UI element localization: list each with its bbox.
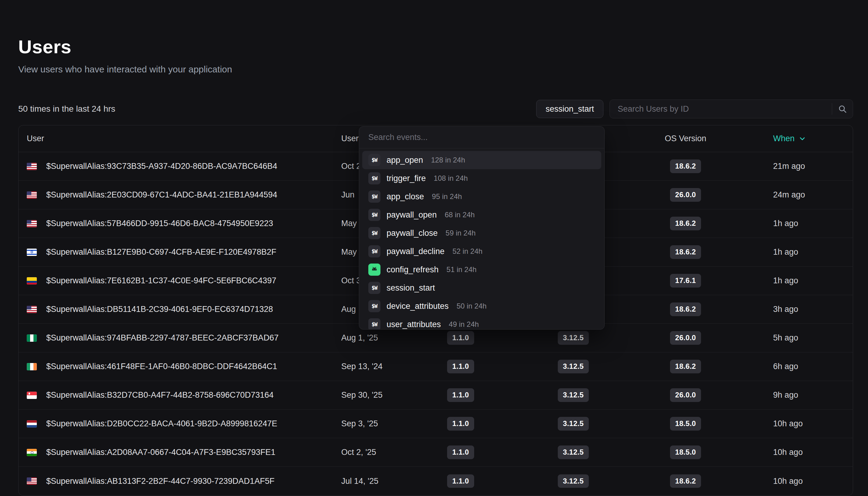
event-count: 108 in 24h xyxy=(434,174,468,183)
event-name: paywall_close xyxy=(387,229,438,238)
when-cell: 10h ago xyxy=(732,448,845,457)
app-version-badge: 1.1.0 xyxy=(447,446,474,459)
country-flag-icon-us xyxy=(27,306,37,313)
chevron-down-icon xyxy=(798,135,806,143)
when-cell: 3h ago xyxy=(732,305,845,314)
page-subtitle: View users who have interacted with your… xyxy=(18,64,853,75)
column-header-os-version[interactable]: OS Version xyxy=(640,134,732,143)
user-alias: $SuperwallAlias:DB51141B-2C39-4061-9EF0-… xyxy=(46,305,273,314)
superwall-icon: $W xyxy=(368,300,381,312)
user-alias: $SuperwallAlias:93C73B35-A937-4D20-86DB-… xyxy=(46,161,277,171)
superwall-icon: $W xyxy=(368,245,381,258)
country-flag-icon-il xyxy=(27,249,37,256)
event-name: app_open xyxy=(387,155,423,165)
when-cell: 10h ago xyxy=(732,477,845,486)
event-menu-item[interactable]: $W paywall_close 59 in 24h xyxy=(362,224,601,242)
user-alias: $SuperwallAlias:D2B0CC22-BACA-4061-9B2D-… xyxy=(46,419,277,429)
event-menu-item[interactable]: $W paywall_decline 52 in 24h xyxy=(362,242,601,261)
events-list: $W app_open 128 in 24h $W trigger_fire 1… xyxy=(359,149,604,329)
table-row[interactable]: $SuperwallAlias:461F48FE-1AF0-46B0-8DBC-… xyxy=(19,352,853,381)
event-name: app_close xyxy=(387,192,424,201)
event-menu-item[interactable]: $W paywall_open 68 in 24h xyxy=(362,206,601,224)
table-row[interactable]: $SuperwallAlias:D2B0CC22-BACA-4061-9B2D-… xyxy=(19,409,853,438)
os-version-badge: 18.6.2 xyxy=(670,217,701,230)
country-flag-icon-us xyxy=(27,220,37,227)
when-cell: 5h ago xyxy=(732,333,845,343)
when-cell: 1h ago xyxy=(732,247,845,257)
user-alias: $SuperwallAlias:974BFABB-2297-4787-BEEC-… xyxy=(46,333,278,343)
superwall-icon: $W xyxy=(368,209,381,221)
superwall-icon: $W xyxy=(368,282,381,294)
country-flag-icon-in xyxy=(27,449,37,456)
event-menu-item[interactable]: $W app_open 128 in 24h xyxy=(362,151,601,169)
search-users-input[interactable] xyxy=(610,100,832,118)
user-alias: $SuperwallAlias:AB1313F2-2B2F-44C7-9930-… xyxy=(46,477,274,486)
superwall-icon: $W xyxy=(368,172,381,184)
event-menu-item[interactable]: $W user_attributes 49 in 24h xyxy=(362,315,601,329)
country-flag-icon-sg xyxy=(27,392,37,399)
os-version-badge: 18.6.2 xyxy=(670,303,701,316)
when-cell: 10h ago xyxy=(732,419,845,429)
table-row[interactable]: $SuperwallAlias:AB1313F2-2B2F-44C7-9930-… xyxy=(19,467,853,495)
event-name: trigger_fire xyxy=(387,174,426,183)
search-icon xyxy=(838,104,847,113)
user-alias: $SuperwallAlias:B127E9B0-C697-4CFB-AE9E-… xyxy=(46,247,276,257)
user-alias: $SuperwallAlias:461F48FE-1AF0-46B0-8DBC-… xyxy=(46,362,277,371)
event-count: 59 in 24h xyxy=(446,229,476,237)
event-name: paywall_open xyxy=(387,210,437,220)
stats-text: 50 times in the last 24 hrs xyxy=(18,104,115,114)
user-since-cell: Sep 30, '25 xyxy=(341,390,414,400)
app-version-badge: 1.1.0 xyxy=(447,331,474,345)
app-version-badge: 1.1.0 xyxy=(447,360,474,373)
os-version-badge: 17.6.1 xyxy=(670,274,701,288)
when-cell: 6h ago xyxy=(732,362,845,371)
when-cell: 21m ago xyxy=(732,161,845,171)
toolbar-row: 50 times in the last 24 hrs session_star… xyxy=(18,99,853,118)
user-search xyxy=(610,99,853,118)
toolbar: session_start xyxy=(536,99,853,118)
when-cell: 24m ago xyxy=(732,190,845,200)
country-flag-icon-us xyxy=(27,191,37,199)
os-version-badge: 18.5.0 xyxy=(670,417,701,431)
when-cell: 9h ago xyxy=(732,390,845,400)
event-count: 95 in 24h xyxy=(432,192,462,201)
events-search-input[interactable] xyxy=(359,127,604,148)
os-version-badge: 26.0.0 xyxy=(670,188,701,202)
event-name: config_refresh xyxy=(387,265,438,275)
users-page: Users View users who have interacted wit… xyxy=(0,0,868,496)
event-name: user_attributes xyxy=(387,320,441,329)
event-menu-item[interactable]: config_refresh 51 in 24h xyxy=(362,261,601,279)
event-menu-item[interactable]: $W trigger_fire 108 in 24h xyxy=(362,169,601,187)
event-name: session_start xyxy=(387,283,435,293)
event-count: 49 in 24h xyxy=(449,320,479,329)
column-header-when-label: When xyxy=(773,134,795,143)
column-header-when[interactable]: When xyxy=(732,134,845,143)
user-alias: $SuperwallAlias:2E03CD09-67C1-4ADC-BA41-… xyxy=(46,190,277,200)
event-menu-item[interactable]: $W device_attributes 50 in 24h xyxy=(362,297,601,315)
app-version-badge: 1.1.0 xyxy=(447,475,474,488)
when-cell: 1h ago xyxy=(732,219,845,228)
event-menu-item[interactable]: $W app_close 95 in 24h xyxy=(362,187,601,206)
column-header-user[interactable]: User xyxy=(27,134,341,143)
superwall-icon: $W xyxy=(368,154,381,166)
when-cell: 1h ago xyxy=(732,276,845,285)
event-filter-button[interactable]: session_start xyxy=(536,100,604,118)
table-row[interactable]: $SuperwallAlias:A2D08AA7-0667-4C04-A7F3-… xyxy=(19,438,853,467)
event-count: 68 in 24h xyxy=(445,211,475,219)
android-icon xyxy=(368,264,381,276)
country-flag-icon-ng xyxy=(27,335,37,342)
sdk-version-badge: 3.12.5 xyxy=(558,475,589,488)
sdk-version-badge: 3.12.5 xyxy=(558,331,589,345)
user-alias: $SuperwallAlias:7E6162B1-1C37-4C0E-94FC-… xyxy=(46,276,276,285)
user-since-cell: Sep 13, '24 xyxy=(341,362,414,371)
user-since-cell: Aug 1, '25 xyxy=(341,333,414,343)
os-version-badge: 26.0.0 xyxy=(670,331,701,345)
search-button[interactable] xyxy=(832,104,853,113)
table-row[interactable]: $SuperwallAlias:B32D7CB0-A4F7-44B2-8758-… xyxy=(19,381,853,409)
sdk-version-badge: 3.12.5 xyxy=(558,360,589,373)
superwall-icon: $W xyxy=(368,227,381,239)
event-name: paywall_decline xyxy=(387,247,445,256)
app-version-badge: 1.1.0 xyxy=(447,388,474,402)
user-alias: $SuperwallAlias:A2D08AA7-0667-4C04-A7F3-… xyxy=(46,448,275,457)
event-menu-item[interactable]: $W session_start xyxy=(362,279,601,297)
